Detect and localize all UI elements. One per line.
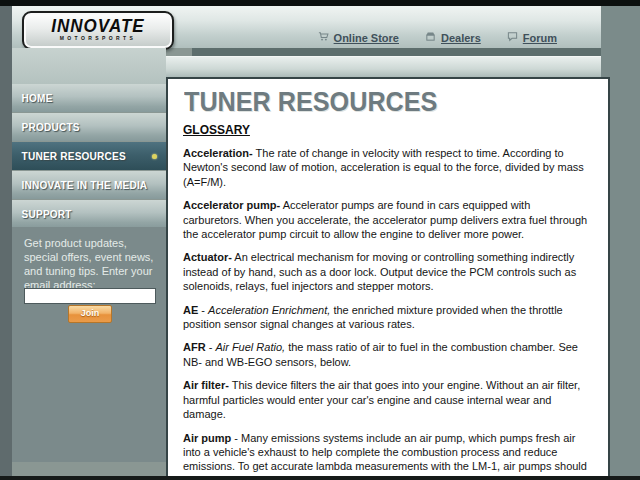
- sidebar-item-support[interactable]: SUPPORT: [12, 200, 166, 228]
- sidebar-item-products[interactable]: PRODUCTS: [12, 113, 166, 141]
- glossary-entry: Actuator- An electrical mechanism for mo…: [183, 250, 592, 293]
- glossary-entry: Air filter- This device filters the air …: [183, 378, 592, 421]
- main-content: TUNER RESOURCES GLOSSARY Acceleration- T…: [166, 77, 610, 476]
- glossary-entry: AE - Acceleration Enrichment, the enrich…: [183, 303, 592, 332]
- sidebar-item-label: TUNER RESOURCES: [12, 150, 126, 162]
- glossary-term: Acceleration-: [183, 147, 253, 159]
- glossary-entry: AFR - Air Fuel Ratio, the mass ratio of …: [183, 340, 592, 369]
- storefront-icon: [425, 31, 436, 44]
- glossary-term: AE: [183, 304, 198, 316]
- glossary-term: Air filter-: [183, 379, 229, 391]
- logo-wordmark: INNOVATE: [51, 19, 144, 36]
- active-page-dot-icon: [152, 154, 157, 159]
- glossary-list: Acceleration- The rate of change in velo…: [183, 146, 592, 476]
- sidebar-item-innovate-in-the-media[interactable]: INNOVATE IN THE MEDIA: [12, 171, 166, 199]
- join-button[interactable]: Join: [68, 305, 112, 323]
- glossary-entry: Acceleration- The rate of change in velo…: [183, 146, 592, 189]
- email-input[interactable]: [24, 288, 156, 304]
- newsletter-panel: Get product updates, special offers, eve…: [12, 227, 166, 462]
- cart-icon: [318, 31, 329, 44]
- glossary-definition: Many emissions systems include an air pu…: [183, 432, 587, 477]
- site-header: INNOVATE MOTORSPORTS Online StoreDealers…: [12, 6, 601, 48]
- page-title: TUNER RESOURCES: [184, 87, 551, 117]
- header-divider-band: [192, 48, 601, 56]
- glossary-heading: GLOSSARY: [183, 123, 592, 137]
- speech-bubble-icon: [507, 31, 518, 44]
- glossary-definition: This device filters the air that goes in…: [183, 379, 580, 420]
- sidebar-nav: HOMEPRODUCTSTUNER RESOURCESINNOVATE IN T…: [12, 84, 166, 228]
- sidebar-item-label: PRODUCTS: [12, 121, 80, 133]
- glossary-entry: Accelerator pump- Accelerator pumps are …: [183, 198, 592, 241]
- glossary-term-expansion: Acceleration Enrichment,: [208, 304, 330, 316]
- nav-link-label: Dealers: [441, 32, 481, 44]
- window-bottom-edge: [0, 476, 640, 480]
- glossary-entry: Air pump - Many emissions systems includ…: [183, 431, 592, 477]
- glossary-separator: -: [198, 304, 208, 316]
- page-left-frame: [0, 6, 12, 476]
- sidebar-item-label: SUPPORT: [12, 208, 72, 220]
- glossary-term-expansion: Air Fuel Ratio,: [215, 341, 285, 353]
- nav-link-label: Online Store: [334, 32, 399, 44]
- glossary-separator: -: [231, 432, 241, 444]
- glossary-term: Air pump: [183, 432, 231, 444]
- nav-link-label: Forum: [523, 32, 557, 44]
- sidebar-item-label: INNOVATE IN THE MEDIA: [12, 179, 147, 191]
- glossary-term: AFR: [183, 341, 206, 353]
- innovate-motorsports-logo[interactable]: INNOVATE MOTORSPORTS: [22, 11, 174, 50]
- sidebar-item-label: HOME: [12, 92, 53, 104]
- glossary-term: Accelerator pump-: [183, 199, 280, 211]
- glossary-definition: An electrical mechanism for moving or co…: [183, 251, 576, 292]
- sidebar-top-spacer: [12, 48, 166, 84]
- newsletter-blurb: Get product updates, special offers, eve…: [24, 236, 156, 292]
- glossary-term: Actuator-: [183, 251, 232, 263]
- nav-link-dealers[interactable]: Dealers: [425, 31, 481, 44]
- nav-link-online-store[interactable]: Online Store: [318, 31, 399, 44]
- top-navigation: Online StoreDealersForum: [318, 31, 557, 44]
- nav-link-forum[interactable]: Forum: [507, 31, 557, 44]
- glossary-separator: -: [206, 341, 216, 353]
- sidebar: HOMEPRODUCTSTUNER RESOURCESINNOVATE IN T…: [12, 84, 166, 476]
- sidebar-item-home[interactable]: HOME: [12, 84, 166, 112]
- sidebar-item-tuner-resources[interactable]: TUNER RESOURCES: [12, 142, 166, 170]
